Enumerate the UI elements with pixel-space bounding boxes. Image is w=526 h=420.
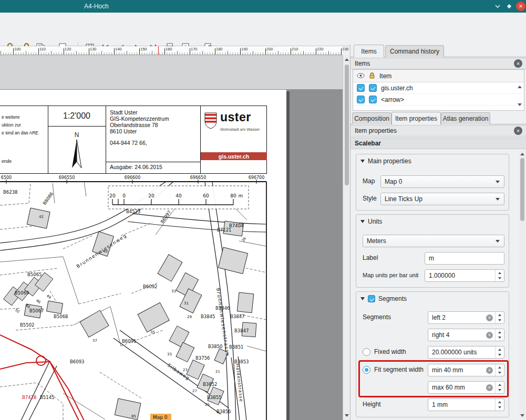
style-label: Style	[363, 195, 377, 202]
group-title: Main properties	[368, 158, 411, 165]
map-item-label: Map 0	[153, 415, 168, 420]
item-row[interactable]: gis.uster.ch	[353, 82, 524, 94]
units-combobox[interactable]: Meters	[363, 235, 504, 247]
height-spinbox[interactable]: 1 mm	[428, 398, 504, 411]
scroll-down-icon[interactable]	[520, 414, 524, 417]
item-visible-checkbox[interactable]	[357, 84, 365, 92]
header-left-text: e sind an das ARE	[2, 130, 38, 135]
map-feature-label: B6093	[70, 359, 84, 364]
spinbox-arrows[interactable]	[495, 329, 504, 341]
canvas-vscrollbar[interactable]	[343, 55, 350, 420]
tab-composition[interactable]: Composition	[352, 112, 391, 124]
tab-composition-label: Composition	[354, 115, 389, 122]
window-titlebar: A4-Hoch	[0, 0, 526, 13]
page-map[interactable]: 6500696550696600696650696700 B6238B8086B…	[0, 173, 286, 420]
ruler-tick-label: 210	[292, 47, 298, 51]
map-feature-label: B6091	[122, 339, 136, 344]
spinbox-arrows[interactable]	[495, 399, 504, 411]
items-panel-close-icon[interactable]	[514, 59, 522, 68]
clear-icon[interactable]	[486, 332, 493, 339]
map-feature-label: B7428	[22, 395, 36, 400]
scalebar-label: 0	[122, 193, 126, 198]
spinbox-arrows[interactable]	[495, 346, 504, 358]
segments-group-checkbox[interactable]	[368, 295, 375, 302]
ruler-tick-label: 200	[266, 47, 273, 51]
window-title: A4-Hoch	[84, 3, 109, 10]
gis-banner: gis.uster.ch	[201, 152, 267, 160]
ruler-position-marker	[158, 46, 159, 55]
right-panel: Items Command history Items Item gis.ust…	[350, 45, 526, 420]
page-shadow	[286, 91, 290, 420]
spinbox-value: 20.000000 units	[432, 349, 477, 356]
map-feature-label: 21	[215, 370, 220, 374]
scroll-up-icon[interactable]	[520, 153, 524, 155]
titlebar-maximize-icon[interactable]	[504, 2, 514, 11]
spinbox-arrows[interactable]	[495, 312, 504, 323]
header-left-text: ende	[2, 159, 12, 164]
map-feature-label: B3845	[201, 314, 215, 319]
properties-scrollbar[interactable]	[519, 151, 525, 419]
spinbox-arrows[interactable]	[495, 270, 504, 281]
tab-command-history[interactable]: Command history	[385, 45, 444, 57]
scroll-up-icon[interactable]	[345, 58, 349, 61]
label-input[interactable]: m	[425, 252, 504, 265]
item-row[interactable]: <arrow>	[353, 94, 524, 106]
fixed-width-label: Fixed width	[374, 348, 406, 355]
canvas-vscrollbar-thumb[interactable]	[345, 65, 349, 185]
group-title: Units	[368, 218, 382, 225]
map-coordinate-label: 696700	[249, 175, 265, 180]
ruler-tick-label: 190	[241, 47, 248, 51]
item-properties-close-icon[interactable]	[514, 127, 522, 135]
item-lock-checkbox[interactable]	[369, 84, 377, 92]
map-feature-label: 42	[39, 215, 44, 219]
map-feature-label: B3852	[203, 382, 217, 387]
tab-atlas-generation[interactable]: Atlas generation	[441, 112, 490, 124]
fixed-width-radio[interactable]	[363, 348, 370, 356]
map-feature-label: B6092	[143, 284, 157, 289]
titlebar-shade-icon[interactable]	[493, 2, 502, 11]
items-panel-header: Items	[350, 58, 526, 69]
map-feature-label: B3856	[216, 409, 231, 414]
tab-items[interactable]: Items	[354, 45, 384, 57]
map-feature-label: B5068	[54, 314, 68, 319]
uster-coat-of-arms-icon	[204, 112, 217, 131]
map-feature-label: B6238	[3, 190, 17, 195]
map-feature-label: B7404	[229, 223, 243, 228]
items-scroll-up-icon[interactable]	[518, 86, 522, 88]
scalebar-label: 80	[230, 193, 236, 198]
map-combobox[interactable]: Map 0	[380, 175, 504, 188]
collapse-icon[interactable]	[360, 160, 365, 163]
ruler-tick-label: 230	[342, 47, 349, 51]
properties-scroll-area: Main properties Map Map 0 Style Line Tic…	[350, 150, 526, 420]
address-line: Oberlandstrasse 78	[110, 122, 158, 128]
street-name-label: Haldenstrasse	[235, 363, 244, 402]
item-visible-checkbox[interactable]	[357, 96, 365, 103]
tab-item-properties[interactable]: Item properties	[391, 112, 441, 124]
ruler-tick-label: 140	[115, 47, 122, 51]
group-segments: Segments Segments left 2 right 4 Fixed w…	[356, 291, 509, 417]
map-scale-text: 1:2'000	[48, 111, 106, 121]
fixed-width-spinbox[interactable]: 20.000000 units	[428, 346, 504, 359]
map-feature-label: B3847	[234, 328, 249, 333]
map-units-per-bar-spinbox[interactable]: 1.000000	[425, 269, 504, 282]
map-feature-label: B3855	[207, 395, 221, 400]
segments-right-spinbox[interactable]: right 4	[428, 329, 504, 341]
properties-scrollbar-thumb[interactable]	[520, 158, 524, 221]
scalebar-item[interactable]: 20020406080m	[108, 186, 249, 209]
collapse-icon[interactable]	[360, 297, 365, 300]
tab-item-properties-label: Item properties	[395, 115, 437, 122]
scroll-down-icon[interactable]	[345, 414, 349, 417]
clear-icon[interactable]	[486, 314, 493, 321]
composer-canvas[interactable]: e weitere uktion zur e sind an das ARE e…	[0, 55, 343, 420]
segments-left-spinbox[interactable]: left 2	[428, 311, 504, 324]
map-feature-label: 33	[171, 289, 176, 293]
style-combobox[interactable]: Line Ticks Up	[380, 193, 504, 205]
map-feature-label: 37	[92, 339, 97, 343]
segments-label: Segments	[363, 313, 391, 321]
items-scroll-down-icon[interactable]	[518, 103, 522, 106]
titlebar-close-button[interactable]	[516, 2, 525, 11]
address-line: GIS-Kompetenzzentrum	[110, 116, 169, 122]
annotation-highlight	[358, 360, 509, 397]
item-lock-checkbox[interactable]	[369, 96, 377, 103]
collapse-icon[interactable]	[360, 220, 365, 223]
